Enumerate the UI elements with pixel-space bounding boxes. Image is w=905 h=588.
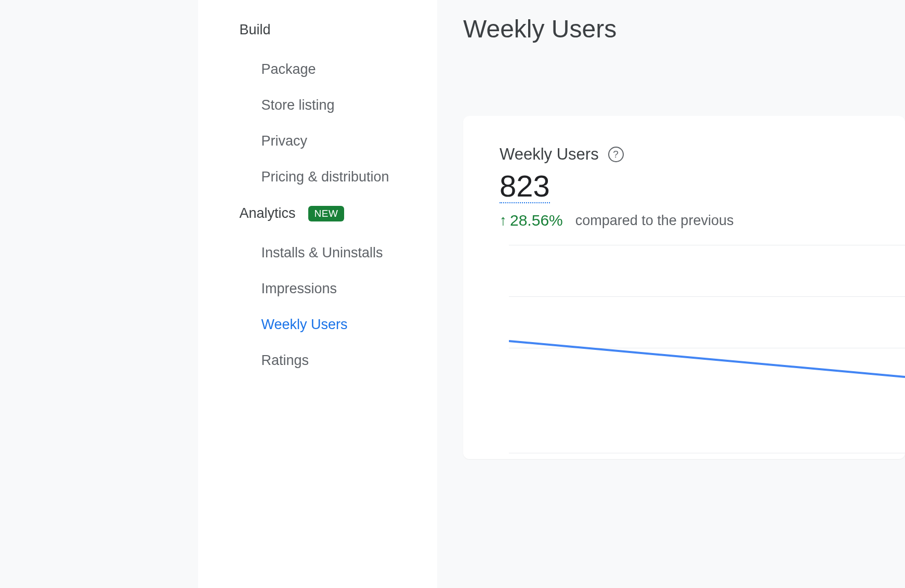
- sidebar-item-label: Impressions: [261, 281, 337, 296]
- page-title: Weekly Users: [463, 15, 905, 43]
- sidebar-item-label: Pricing & distribution: [261, 169, 389, 185]
- new-badge: NEW: [308, 206, 345, 221]
- sidebar: Build Package Store listing Privacy Pric…: [198, 0, 438, 588]
- sidebar-item-label: Store listing: [261, 97, 335, 113]
- sidebar-item-impressions[interactable]: Impressions: [240, 271, 438, 307]
- sidebar-item-weekly-users[interactable]: Weekly Users: [240, 307, 438, 343]
- change-indicator: ↑ 28.56%: [500, 212, 563, 229]
- chart-series-line: [509, 341, 905, 377]
- change-row: ↑ 28.56% compared to the previous: [500, 212, 905, 229]
- change-percent: 28.56%: [510, 212, 563, 229]
- line-chart: [509, 245, 905, 459]
- sidebar-item-pricing-distribution[interactable]: Pricing & distribution: [240, 159, 438, 195]
- sidebar-item-package[interactable]: Package: [240, 51, 438, 87]
- sidebar-item-store-listing[interactable]: Store listing: [240, 87, 438, 123]
- sidebar-item-installs-uninstalls[interactable]: Installs & Uninstalls: [240, 235, 438, 271]
- arrow-up-icon: ↑: [500, 212, 507, 229]
- section-header-analytics-label: Analytics: [240, 205, 296, 221]
- card-header: Weekly Users ?: [500, 145, 905, 164]
- chart-area: [509, 245, 905, 459]
- content-area: Weekly Users Weekly Users ? 823 ↑ 28.56%…: [437, 0, 905, 588]
- section-header-build: Build: [240, 22, 438, 38]
- metric-card: Weekly Users ? 823 ↑ 28.56% compared to …: [463, 116, 905, 459]
- section-header-analytics: Analytics NEW: [240, 205, 438, 221]
- sidebar-item-label: Privacy: [261, 133, 308, 149]
- sidebar-item-ratings[interactable]: Ratings: [240, 343, 438, 378]
- card-title: Weekly Users: [500, 145, 599, 164]
- sidebar-item-privacy[interactable]: Privacy: [240, 123, 438, 159]
- sidebar-item-label: Installs & Uninstalls: [261, 245, 383, 260]
- left-spacer: [0, 0, 198, 588]
- help-icon[interactable]: ?: [608, 147, 624, 162]
- sidebar-item-label: Weekly Users: [261, 317, 348, 332]
- compared-text: compared to the previous: [575, 213, 734, 229]
- sidebar-item-label: Ratings: [261, 352, 309, 368]
- metric-value: 823: [500, 171, 550, 203]
- section-header-build-label: Build: [240, 22, 271, 38]
- sidebar-item-label: Package: [261, 61, 316, 77]
